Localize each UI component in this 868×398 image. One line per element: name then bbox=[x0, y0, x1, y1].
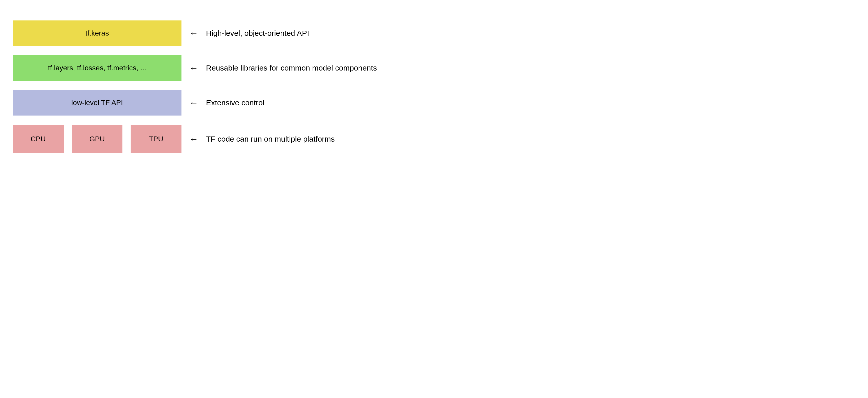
hardware-label: GPU bbox=[89, 135, 105, 143]
left-arrow-icon: ← bbox=[189, 29, 198, 38]
left-arrow-icon: ← bbox=[189, 98, 198, 108]
hardware-block-gpu: GPU bbox=[72, 125, 123, 153]
hardware-block-cpu: CPU bbox=[13, 125, 64, 153]
layer-label: tf.layers, tf.losses, tf.metrics, ... bbox=[48, 64, 146, 72]
layer-row-libraries: tf.layers, tf.losses, tf.metrics, ... ← … bbox=[13, 55, 855, 81]
layer-block-wrapper: tf.keras bbox=[13, 21, 182, 46]
layer-block-wrapper: tf.layers, tf.losses, tf.metrics, ... bbox=[13, 55, 182, 81]
layer-block-libraries: tf.layers, tf.losses, tf.metrics, ... bbox=[13, 55, 182, 81]
hardware-description: TF code can run on multiple platforms bbox=[206, 135, 335, 144]
layer-block-lowlevel: low-level TF API bbox=[13, 90, 182, 116]
layer-row-hardware: CPU GPU TPU ← TF code can run on multipl… bbox=[13, 125, 855, 153]
layer-description: Reusable libraries for common model comp… bbox=[206, 64, 377, 72]
hardware-label: TPU bbox=[149, 135, 163, 143]
diagram-container: tf.keras ← High-level, object-oriented A… bbox=[13, 21, 855, 153]
layer-block-keras: tf.keras bbox=[13, 21, 182, 46]
hardware-block-wrapper: CPU GPU TPU bbox=[13, 125, 182, 153]
layer-row-lowlevel: low-level TF API ← Extensive control bbox=[13, 90, 855, 116]
hardware-block-tpu: TPU bbox=[131, 125, 182, 153]
layer-label: tf.keras bbox=[85, 29, 109, 37]
layer-block-wrapper: low-level TF API bbox=[13, 90, 182, 116]
layer-row-keras: tf.keras ← High-level, object-oriented A… bbox=[13, 21, 855, 46]
hardware-label: CPU bbox=[31, 135, 46, 143]
layer-label: low-level TF API bbox=[71, 99, 123, 107]
layer-description: Extensive control bbox=[206, 98, 264, 107]
layer-description: High-level, object-oriented API bbox=[206, 29, 309, 38]
left-arrow-icon: ← bbox=[189, 63, 198, 72]
left-arrow-icon: ← bbox=[189, 134, 198, 144]
